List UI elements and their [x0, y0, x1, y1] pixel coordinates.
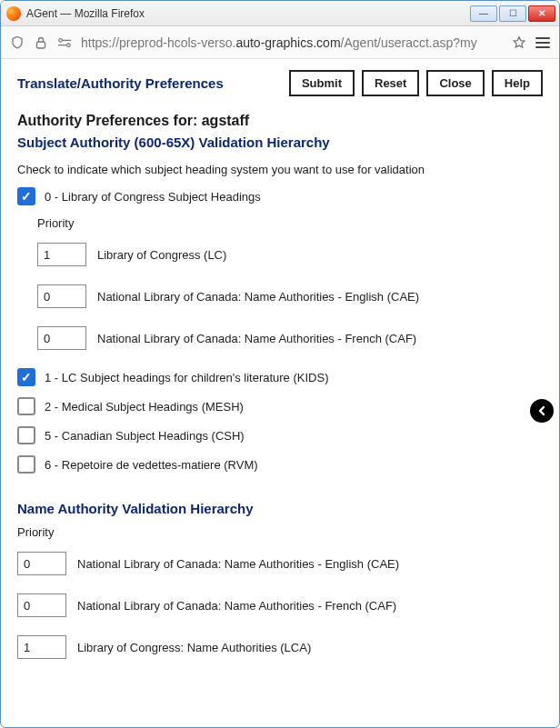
shield-icon[interactable]	[10, 35, 25, 50]
name-prio-2-input[interactable]	[17, 635, 66, 659]
svg-point-1	[59, 38, 63, 42]
subject-opt0-prio-0-label: Library of Congress (LC)	[97, 248, 226, 262]
permissions-icon[interactable]	[57, 35, 72, 50]
svg-point-3	[67, 43, 71, 46]
window-minimize-button[interactable]: —	[470, 5, 497, 22]
subject-option-1-checkbox[interactable]	[17, 368, 35, 386]
subject-option-4-row: 6 - Repetoire de vedettes-matiere (RVM)	[17, 455, 543, 474]
subject-option-2-checkbox[interactable]	[17, 397, 35, 415]
firefox-icon	[6, 6, 21, 21]
name-prio-2-row: Library of Congress: Name Authorities (L…	[17, 635, 543, 659]
name-prio-0-row: National Library of Canada: Name Authori…	[17, 552, 543, 575]
bookmark-star-icon[interactable]	[512, 35, 526, 50]
subject-opt0-prio-2-row: National Library of Canada: Name Authori…	[37, 326, 543, 350]
subject-option-4-checkbox[interactable]	[17, 455, 35, 474]
subject-option-3-label: 5 - Canadian Subject Headings (CSH)	[45, 429, 245, 443]
lock-icon[interactable]	[34, 35, 48, 50]
url-prefix: https://preprod-hcols-verso.	[81, 35, 235, 50]
subject-opt0-prio-1-label: National Library of Canada: Name Authori…	[97, 290, 419, 304]
subject-option-0-row: 0 - Library of Congress Subject Headings	[17, 187, 543, 205]
subject-authority-heading: Subject Authority (600-65X) Validation H…	[17, 135, 543, 150]
subject-option-0-label: 0 - Library of Congress Subject Headings	[45, 190, 261, 204]
name-priority-label: Priority	[17, 525, 543, 539]
subject-option-0-checkbox[interactable]	[17, 187, 35, 205]
url-domain: auto-graphics.com	[235, 35, 340, 50]
subject-option-3-row: 5 - Canadian Subject Headings (CSH)	[17, 426, 543, 444]
window-close-button[interactable]: ✕	[528, 5, 555, 22]
subject-opt0-prio-2-label: National Library of Canada: Name Authori…	[97, 332, 416, 345]
prefs-for-heading: Authority Preferences for: agstaff	[17, 113, 543, 129]
svg-rect-0	[37, 42, 45, 48]
reset-button[interactable]: Reset	[362, 70, 419, 96]
submit-button[interactable]: Submit	[289, 70, 355, 96]
subject-opt0-prio-1-input[interactable]	[37, 284, 86, 308]
subject-opt0-prio-0-input[interactable]	[37, 243, 86, 266]
page-content: Translate/Authority Preferences Submit R…	[1, 59, 559, 728]
subject-option-4-label: 6 - Repetoire de vedettes-matiere (RVM)	[45, 458, 258, 472]
subject-option-2-label: 2 - Medical Subject Headings (MESH)	[45, 400, 244, 414]
name-authority-heading: Name Authority Validation Hierarchy	[17, 501, 543, 516]
url-suffix: /Agent/useracct.asp?my	[341, 35, 477, 50]
page-header-row: Translate/Authority Preferences Submit R…	[17, 70, 543, 96]
name-prio-1-label: National Library of Canada: Name Authori…	[77, 599, 396, 613]
name-prio-0-input[interactable]	[17, 552, 66, 575]
name-prio-0-label: National Library of Canada: Name Authori…	[77, 557, 399, 571]
subject-option-3-checkbox[interactable]	[17, 426, 35, 444]
subject-instruction: Check to indicate which subject heading …	[17, 163, 543, 176]
hamburger-menu-icon[interactable]	[535, 37, 550, 48]
subject-opt0-prio-1-row: National Library of Canada: Name Authori…	[37, 284, 543, 308]
close-button[interactable]: Close	[426, 70, 484, 96]
name-prio-2-label: Library of Congress: Name Authorities (L…	[77, 641, 311, 654]
name-prio-1-row: National Library of Canada: Name Authori…	[17, 593, 543, 617]
back-chevron-icon[interactable]	[530, 399, 554, 423]
window-title: AGent — Mozilla Firefox	[26, 7, 468, 20]
subject-option-1-row: 1 - LC Subject headings for children's l…	[17, 368, 543, 386]
window-titlebar: AGent — Mozilla Firefox — ☐ ✕	[1, 1, 559, 26]
url-text[interactable]: https://preprod-hcols-verso.auto-graphic…	[81, 35, 503, 50]
page-title: Translate/Authority Preferences	[17, 75, 289, 91]
subject-priority-label: Priority	[37, 216, 543, 230]
window-maximize-button[interactable]: ☐	[499, 5, 526, 22]
subject-opt0-prio-2-input[interactable]	[37, 326, 86, 350]
action-button-row: Submit Reset Close Help	[289, 70, 543, 96]
url-bar: https://preprod-hcols-verso.auto-graphic…	[1, 26, 559, 59]
subject-option-2-row: 2 - Medical Subject Headings (MESH)	[17, 397, 543, 415]
subject-option-1-label: 1 - LC Subject headings for children's l…	[45, 371, 328, 384]
help-button[interactable]: Help	[492, 70, 543, 96]
name-prio-1-input[interactable]	[17, 593, 66, 617]
subject-opt0-prio-0-row: Library of Congress (LC)	[37, 243, 543, 266]
